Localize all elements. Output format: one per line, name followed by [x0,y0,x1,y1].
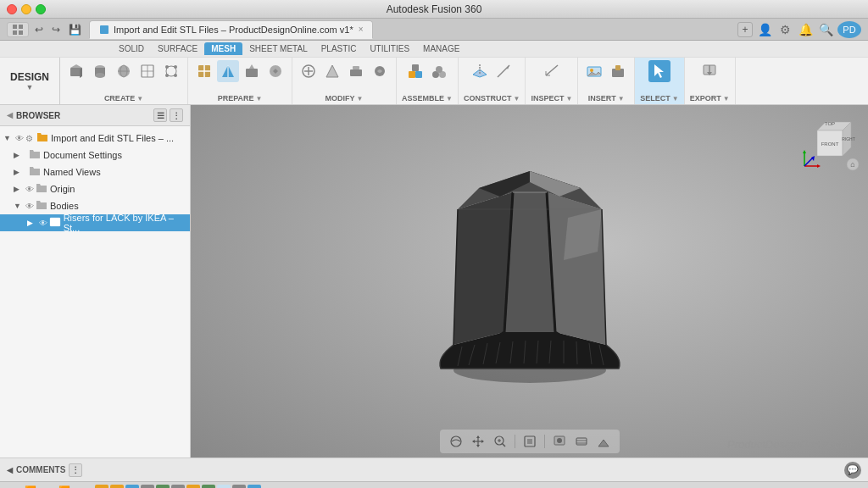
eye-icon-bodies[interactable]: 👁 [25,202,34,211]
timeline-item-8[interactable] [202,485,215,489]
export-label: EXPORT ▼ [690,94,730,103]
tree-item-root[interactable]: ▼ 👁 ⚙ Import and Edit STL Files – ... [0,130,190,147]
view-cube[interactable]: FRONT TOP RIGHT ⌂ [800,114,860,173]
tab-close-button[interactable]: × [359,25,364,34]
sidebar-collapse-icon[interactable]: ◀ [7,111,13,119]
timeline-item-5[interactable] [156,485,170,489]
timeline-next-button[interactable]: ⏩ [58,485,71,489]
visual-style-button[interactable] [572,432,591,451]
expand-arrow-origin[interactable]: ▶ [14,185,25,193]
sidebar-options-button[interactable]: ⋮ [170,108,183,122]
timeline-prev-button[interactable]: ⏪ [24,485,37,489]
undo-button[interactable]: ↩ [32,23,46,36]
create-mesh-icon[interactable] [136,60,159,82]
comment-icon[interactable]: 💬 [844,462,861,479]
inspect-measure-icon[interactable] [541,60,563,82]
construct-axis-icon[interactable] [492,60,515,82]
create-t-spline-icon[interactable] [160,60,182,82]
create-box-icon[interactable] [65,60,87,82]
expand-arrow-root[interactable]: ▼ [3,134,15,142]
pan-button[interactable] [469,432,487,451]
modify-icon2[interactable] [321,60,343,82]
timeline-item-6[interactable] [171,485,185,489]
tree-item-named-views[interactable]: ▶ Named Views [0,164,190,180]
new-tab-button[interactable]: + [737,22,753,37]
tab-solid[interactable]: SOLID [112,42,151,55]
eye-icon-origin[interactable]: 👁 [25,185,34,194]
timeline-item-10[interactable] [232,485,246,489]
comments-expand-icon[interactable]: ◀ [7,466,13,474]
expand-arrow-doc[interactable]: ▶ [14,151,25,159]
timeline-item-7[interactable] [186,485,200,489]
tab-manage[interactable]: MANAGE [416,42,466,55]
tab-sheet-metal[interactable]: SHEET METAL [242,42,314,55]
timeline-item-1[interactable] [95,485,108,489]
eye-icon-body1[interactable]: 👁 [39,219,47,228]
timeline-item-4[interactable] [141,485,154,489]
settings-icon[interactable]: ⚙ [776,22,793,37]
user-avatar[interactable]: PD [837,21,861,38]
tab-utilities[interactable]: UTILITIES [363,42,416,55]
tree-item-body1[interactable]: ▶ 👁 Risers for LACK by IKEA – St... [0,214,190,231]
svg-rect-49 [615,65,620,70]
construct-label: CONSTRUCT ▼ [464,94,520,103]
active-tab[interactable]: Import and Edit STL Files – ProductDesig… [89,20,373,39]
save-button[interactable]: 💾 [66,23,84,36]
tab-plastic[interactable]: PLASTIC [314,42,364,55]
sidebar-filter-button[interactable]: ☰ [153,108,167,122]
timeline-item-3[interactable] [125,485,139,489]
notification-icon[interactable]: 🔔 [797,22,814,37]
modify-icon4[interactable] [369,60,391,82]
tab-mesh[interactable]: MESH [204,42,242,55]
prepare-icon4[interactable] [264,60,287,82]
comments-options-button[interactable]: ⋮ [69,463,82,477]
select-icons [648,60,670,82]
timeline-item-9[interactable] [217,485,231,489]
assemble-icon1[interactable] [404,60,426,82]
tree-item-origin[interactable]: ▶ 👁 Origin [0,180,190,197]
search-icon[interactable]: 🔍 [817,22,834,37]
close-button[interactable] [7,4,17,14]
expand-arrow-body1[interactable]: ▶ [27,219,39,227]
timeline-item-11[interactable] [248,485,261,489]
display-mode-button[interactable] [550,432,569,451]
assemble-icon2[interactable] [428,60,450,82]
grid-button[interactable] [594,432,613,451]
insert-decal-icon[interactable] [607,60,629,82]
orbit-button[interactable] [447,432,465,451]
create-sphere-icon[interactable] [113,60,135,82]
maximize-button[interactable] [36,4,46,14]
expand-arrow-views[interactable]: ▶ [14,168,25,176]
timeline-item-2[interactable] [110,485,124,489]
redo-button[interactable]: ↪ [49,23,63,36]
prepare-icon3[interactable] [241,60,263,82]
tree-item-bodies[interactable]: ▼ 👁 Bodies [0,197,190,214]
minimize-button[interactable] [21,4,31,14]
construct-plane-icon[interactable] [469,60,491,82]
viewport[interactable]: FRONT TOP RIGHT ⌂ [191,105,868,458]
timeline-end-button[interactable]: ⏭ [75,485,88,489]
create-cylinder-icon[interactable] [89,60,111,82]
fit-view-button[interactable] [520,432,539,451]
settings-icon-root[interactable]: ⚙ [25,134,33,143]
tree-item-doc-settings[interactable]: ▶ Document Settings [0,147,190,164]
svg-rect-0 [13,25,17,29]
eye-icon-root[interactable]: 👁 [15,134,24,143]
prepare-icon1[interactable] [193,60,215,82]
select-arrow-icon[interactable] [648,60,670,82]
svg-rect-3 [19,30,23,35]
svg-rect-31 [350,69,362,76]
export-icon[interactable] [698,60,721,82]
timeline-start-button[interactable]: ⏮ [7,485,20,489]
modify-icon3[interactable] [345,60,367,82]
prepare-icon2[interactable] [217,60,239,82]
account-icon[interactable]: 👤 [756,22,773,37]
modify-icon1[interactable] [298,60,320,82]
zoom-button[interactable] [491,432,509,451]
insert-image-icon[interactable] [583,60,605,82]
expand-arrow-bodies[interactable]: ▼ [14,202,25,210]
tab-surface[interactable]: SURFACE [151,42,204,55]
workspace-grid-icon[interactable] [7,22,29,37]
design-button[interactable]: DESIGN ▼ [0,58,60,104]
timeline-play-button[interactable]: ▶ [41,485,54,489]
